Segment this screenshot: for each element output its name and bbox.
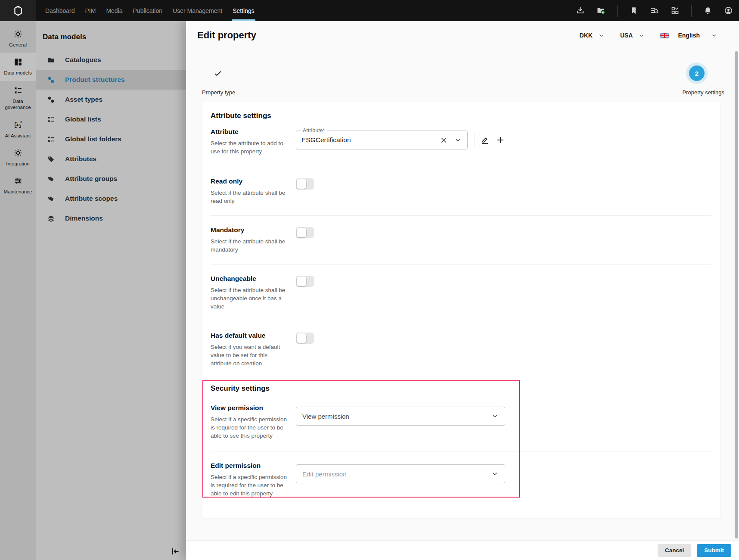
- sidebar-title: Data models: [36, 21, 186, 50]
- attribute-settings-title: Attribute settings: [211, 102, 711, 124]
- chevron-down-icon[interactable]: [454, 136, 462, 144]
- nav-label: User Management: [173, 7, 222, 14]
- sidebar-item-asset-types[interactable]: Asset types: [36, 90, 186, 109]
- notifications-bell-icon[interactable]: [703, 6, 712, 15]
- sidebar-item-catalogues[interactable]: Catalogues: [36, 50, 186, 70]
- attribute-description: Select the attribute to add to use for t…: [211, 139, 289, 156]
- sidebar-item-product-structures[interactable]: Product structures: [36, 70, 186, 90]
- vertical-scrollbar[interactable]: [735, 51, 738, 538]
- submit-button[interactable]: Submit: [697, 544, 731, 557]
- nav-settings[interactable]: Settings: [227, 0, 260, 21]
- sidebar-item-attribute-scopes[interactable]: Attribute scopes: [36, 189, 186, 208]
- collapse-sidebar-icon[interactable]: [171, 547, 180, 556]
- settings-rail: General Data models Data governance AI A…: [0, 21, 36, 560]
- nav-media[interactable]: Media: [101, 0, 127, 21]
- view-permission-select[interactable]: View permission: [296, 407, 505, 426]
- has-default-value-toggle[interactable]: [296, 333, 314, 344]
- tags-icon: [47, 195, 55, 203]
- sidebar-item-label: Global list folders: [65, 135, 121, 143]
- page-title: Edit property: [197, 30, 256, 41]
- sidebar-item-attributes[interactable]: Attributes: [36, 149, 186, 169]
- attribute-input[interactable]: Attribute* ESGCertification: [296, 131, 468, 149]
- clear-icon[interactable]: [440, 136, 448, 144]
- sidebar-item-label: Attribute groups: [65, 175, 117, 183]
- nav-label: Publication: [133, 7, 163, 14]
- edit-attribute-icon[interactable]: [480, 135, 490, 145]
- mandatory-description: Select if the attribute shall be mandato…: [211, 237, 289, 254]
- account-icon[interactable]: [724, 6, 733, 15]
- has-default-value-label: Has default value: [211, 332, 291, 339]
- rail-item-maintenance[interactable]: Maintenance: [0, 171, 36, 199]
- unchangeable-toggle[interactable]: [296, 276, 314, 287]
- sidebar-item-attribute-groups[interactable]: Attribute groups: [36, 169, 186, 189]
- widgets-check-icon[interactable]: [671, 6, 680, 15]
- currency-select[interactable]: DKK: [580, 32, 605, 39]
- read-only-label: Read only: [211, 177, 291, 185]
- sidebar-item-global-list-folders[interactable]: Global list folders: [36, 129, 186, 149]
- language-select[interactable]: English: [660, 32, 717, 39]
- bookmark-icon[interactable]: [629, 6, 638, 15]
- step2-indicator[interactable]: 2: [689, 65, 705, 81]
- setting-row-has-default-value: Has default value Select if you want a d…: [211, 321, 711, 378]
- sidebar-item-dimensions[interactable]: Dimensions: [36, 208, 186, 228]
- cubes-icon: [47, 76, 55, 84]
- nav-label: PIM: [85, 7, 96, 14]
- rail-item-ai-assistant[interactable]: AI Assistant: [0, 115, 36, 143]
- cancel-button[interactable]: Cancel: [658, 544, 691, 557]
- search-list-icon[interactable]: [650, 6, 659, 15]
- mandatory-toggle[interactable]: [296, 227, 314, 238]
- step2-label: Property settings: [682, 89, 724, 96]
- sidebar-item-global-lists[interactable]: Global lists: [36, 109, 186, 129]
- rail-label: Data models: [4, 70, 32, 76]
- nav-publication[interactable]: Publication: [128, 0, 168, 21]
- unchangeable-label: Unchangeable: [211, 275, 291, 283]
- gear-icon: [13, 148, 23, 158]
- read-only-description: Select if the attribute shall be read on…: [211, 189, 289, 205]
- view-permission-description: Select if a specific permission is requi…: [211, 415, 289, 440]
- attribute-row: Attribute Select the attribute to add to…: [211, 124, 711, 167]
- data-models-sidebar: Data models Catalogues Product structure…: [36, 21, 186, 560]
- nav-pim[interactable]: PIM: [80, 0, 101, 21]
- add-attribute-icon[interactable]: [496, 135, 505, 145]
- property-settings-card: Attribute settings Attribute Select the …: [202, 102, 720, 518]
- rail-item-data-governance[interactable]: Data governance: [0, 81, 36, 115]
- setting-row-mandatory: Mandatory Select if the attribute shall …: [211, 216, 711, 264]
- topbar-divider: [691, 5, 692, 17]
- setting-row-edit-permission: Edit permission Select if a specific per…: [211, 451, 711, 509]
- toggle-knob: [297, 179, 306, 189]
- toggle-knob: [297, 333, 306, 343]
- app-logo[interactable]: [0, 0, 36, 21]
- rail-item-integration[interactable]: Integration: [0, 143, 36, 171]
- import-download-icon[interactable]: [576, 6, 585, 15]
- step2-number: 2: [695, 70, 699, 77]
- chevron-down-icon: [491, 412, 499, 420]
- drawer-footer: Cancel Submit: [186, 540, 739, 560]
- read-only-toggle[interactable]: [296, 178, 314, 190]
- edit-permission-label: Edit permission: [211, 462, 291, 470]
- nav-label: Settings: [233, 7, 255, 14]
- governance-icon: [13, 86, 23, 95]
- nav-label: Dashboard: [45, 7, 75, 14]
- folder-check-icon[interactable]: [596, 6, 605, 15]
- top-nav: Dashboard PIM Media Publication User Man…: [40, 0, 260, 21]
- control-divider: [475, 134, 475, 146]
- active-tab-underline: [232, 19, 255, 21]
- uk-flag-icon: [660, 33, 669, 38]
- attribute-control-group: Attribute* ESGCertification: [296, 131, 505, 149]
- attribute-value: ESGCertification: [301, 136, 440, 144]
- toggle-knob: [297, 228, 306, 237]
- edit-permission-placeholder: Edit permission: [302, 470, 491, 478]
- sidebar-item-label: Catalogues: [65, 56, 101, 64]
- rail-label: Integration: [6, 161, 29, 167]
- edit-permission-select[interactable]: Edit permission: [296, 464, 505, 483]
- view-permission-label: View permission: [211, 404, 291, 412]
- setting-row-unchangeable: Unchangeable Select if the attribute sha…: [211, 264, 711, 321]
- tags-icon: [47, 175, 55, 183]
- chevron-down-icon: [491, 470, 499, 478]
- chevron-down-icon: [638, 32, 645, 39]
- nav-dashboard[interactable]: Dashboard: [40, 0, 80, 21]
- nav-user-management[interactable]: User Management: [168, 0, 227, 21]
- rail-item-general[interactable]: General: [0, 25, 36, 53]
- rail-item-data-models[interactable]: Data models: [0, 53, 36, 81]
- market-select[interactable]: USA: [620, 32, 645, 39]
